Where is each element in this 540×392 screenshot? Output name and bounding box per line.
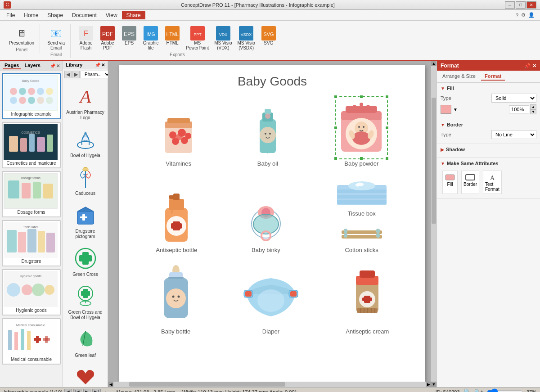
page-prev-btn[interactable]: ◀ [64, 389, 72, 392]
make-same-border-btn[interactable]: Border [461, 171, 479, 194]
tab-format[interactable]: Format [481, 72, 505, 81]
page-thumb-img-medical: Medical consumable [4, 320, 58, 356]
page-thumb-infographic[interactable]: Baby Goods Infographic exampl [2, 73, 61, 119]
pages-list: Baby Goods Infographic exampl [0, 71, 63, 387]
restore-button[interactable]: □ [516, 1, 526, 9]
page-first-btn[interactable]: |◀ [73, 389, 82, 392]
ribbon-btn-svg[interactable]: SVG SVG [259, 25, 279, 46]
opacity-down-btn[interactable]: ▼ [530, 109, 536, 114]
format-title: Format [441, 63, 459, 69]
item-antiseptic-bottle[interactable]: Antiseptic bottle [156, 185, 197, 253]
item-diaper[interactable]: Diaper [242, 271, 300, 335]
layers-tab[interactable]: Layers [22, 62, 42, 69]
fill-section-header[interactable]: ▼ Fill [441, 86, 536, 91]
library-item-caduceus[interactable]: Caduceus [65, 163, 106, 197]
menu-document[interactable]: Document [68, 11, 101, 19]
ribbon-btn-eps[interactable]: EPS EPS [119, 25, 139, 46]
library-item-green-leaf[interactable]: Green leaf [65, 325, 106, 359]
library-close-icon[interactable]: ✕ [101, 63, 105, 68]
titlebar: C ConceptDraw PRO 11 - [Pharmacy Illustr… [0, 0, 540, 10]
add-page-btn[interactable]: + [103, 389, 109, 392]
item-baby-oil[interactable]: Baby oil [250, 99, 286, 167]
make-same-section-header[interactable]: ▼ Make Same Attributes [441, 161, 536, 166]
svg-rect-75 [79, 255, 92, 261]
fill-color-box[interactable] [441, 105, 451, 114]
html-icon: HTML [165, 26, 180, 41]
panel-pin-icon[interactable]: 📌 [50, 63, 55, 68]
item-tissue-box[interactable]: Tissue box [335, 176, 389, 217]
border-type-select[interactable]: No Line Solid Dashed [491, 130, 536, 139]
menu-home[interactable]: Home [19, 11, 43, 19]
library-item-austrian[interactable]: A Austrian Pharmacy Logo [65, 82, 106, 122]
ribbon-btn-html[interactable]: HTML HTML [162, 25, 182, 46]
fill-color-row: ▼ ▲ ▼ [441, 104, 536, 114]
menu-file[interactable]: File [2, 11, 19, 19]
fill-type-select[interactable]: Solid None Gradient [491, 94, 536, 103]
panel-close-icon[interactable]: ✕ [56, 63, 60, 68]
canvas-scroll[interactable]: Baby Goods [108, 61, 436, 387]
library-item-green-cross[interactable]: Green Cross [65, 244, 106, 278]
svg-rect-61 [27, 331, 31, 350]
library-forward-btn[interactable]: ▶ [72, 71, 80, 78]
settings-icon[interactable]: ⚙ [521, 12, 526, 18]
fill-opacity-input[interactable] [509, 105, 529, 113]
page-thumb-img-dosage: Dosage forms [4, 173, 58, 209]
format-pin-icon[interactable]: 📌 [524, 63, 531, 69]
shadow-section-header[interactable]: ▶ Shadow [441, 147, 536, 152]
svg-rect-45 [7, 230, 17, 252]
page-thumb-dosage[interactable]: Dosage forms Dosage forms [2, 171, 61, 217]
make-same-fill-btn[interactable]: Fill [442, 171, 458, 194]
item-vitamines[interactable]: Vitamines [158, 108, 199, 167]
zoom-fit-icon[interactable]: 🔍 [464, 388, 471, 392]
library-dropdown[interactable]: Pharm... [81, 71, 111, 78]
svg-point-111 [360, 103, 363, 106]
page-thumb-medical[interactable]: Medical consumable Medical consumable [2, 318, 61, 365]
library-title: Library [66, 62, 82, 68]
item-baby-binky[interactable]: Baby binky [243, 199, 288, 253]
close-button[interactable]: ✕ [526, 1, 536, 9]
item-baby-powder[interactable]: Baby powder [337, 98, 386, 167]
minimize-button[interactable]: ─ [505, 1, 515, 9]
help-icon[interactable]: ? [516, 13, 518, 18]
ribbon-btn-ms-ppt[interactable]: PPT MSPowerPoint [184, 25, 211, 51]
item-antiseptic-cream[interactable]: Antiseptic cream [346, 267, 389, 335]
menu-shape[interactable]: Shape [43, 11, 68, 19]
ribbon-btn-presentation[interactable]: 🖥 Presentation [7, 25, 36, 46]
format-header: Format 📌 ✕ [437, 61, 540, 71]
menu-view[interactable]: View [101, 11, 122, 19]
opacity-up-btn[interactable]: ▲ [530, 104, 536, 109]
ribbon-btn-ms-visio-vdx[interactable]: VDX MS Visio(VDX) [212, 25, 234, 51]
library-item-heart[interactable]: Heart [65, 363, 106, 387]
format-close-icon[interactable]: ✕ [532, 63, 536, 69]
item-baby-bottle[interactable]: Baby bottle [156, 262, 196, 335]
page-next-btn[interactable]: ▶ [83, 389, 90, 392]
make-same-text-btn[interactable]: A TextFormat [483, 171, 502, 194]
library-back-btn[interactable]: ◀ [64, 71, 72, 78]
zoom-in-icon[interactable]: 🔍+ [474, 389, 483, 392]
ribbon-btn-adobe-flash[interactable]: F AdobeFlash [76, 25, 96, 51]
page-thumb-cosmetics[interactable]: COSMETICS Cosmetics and manicure [2, 122, 61, 168]
library-item-green-cross-bowl[interactable]: Green Cross and Bowl of Hygeia [65, 282, 106, 321]
ribbon-btn-ms-visio-vsdx[interactable]: VSDX MS Visio(VSDX) [236, 25, 257, 51]
svg-rect-42 [43, 184, 53, 198]
page-thumb-hygienic[interactable]: Hygienic goods Hygienic goods [2, 269, 61, 315]
border-section-header[interactable]: ▼ Border [441, 122, 536, 127]
zoom-slider[interactable] [487, 388, 523, 392]
canvas: Baby Goods [119, 65, 425, 383]
ribbon-btn-graphic[interactable]: IMG Graphicfile [141, 25, 161, 51]
library-pin-icon[interactable]: 📌 [95, 63, 100, 68]
user-icon[interactable]: 👤 [528, 12, 535, 18]
library-item-bowl[interactable]: Bowl of Hygeia [65, 125, 106, 159]
library-item-drugstore-pic[interactable]: Drugstore pictogram [65, 201, 106, 240]
tab-arrange-size[interactable]: Arrange & Size [439, 72, 479, 81]
fill-color-dropdown-icon[interactable]: ▼ [453, 107, 458, 112]
item-cotton-sticks[interactable]: Cotton sticks [337, 221, 387, 253]
svg-point-144 [166, 288, 186, 308]
ribbon-btn-adobe-pdf[interactable]: PDF AdobePDF [98, 25, 117, 51]
menu-share[interactable]: Share [122, 11, 145, 19]
ribbon-btn-send-email[interactable]: 📧 Send viaEmail [45, 25, 67, 51]
page-last-btn[interactable]: ▶| [92, 389, 101, 392]
pages-tab[interactable]: Pages [3, 62, 21, 69]
menubar: File Home Shape Document View Share ? ⚙ … [0, 10, 540, 21]
page-thumb-drugstore[interactable]: Table label Drugstore [2, 220, 61, 266]
